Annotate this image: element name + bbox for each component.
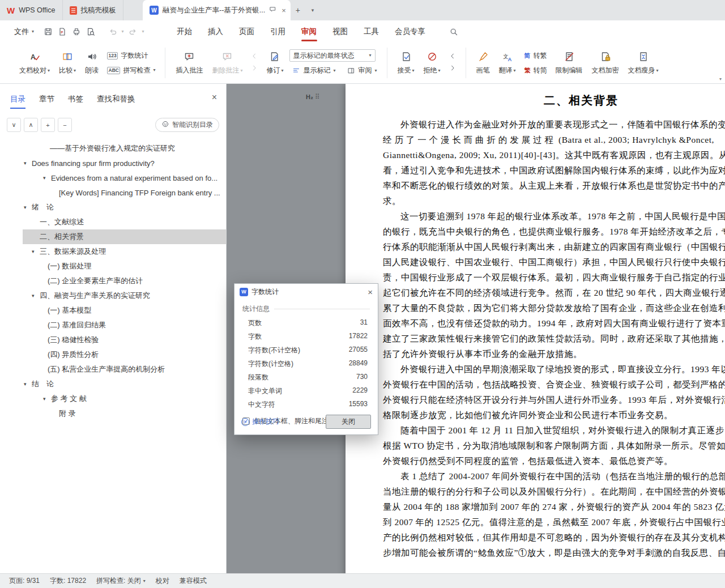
word-count-button[interactable]: 123 字数统计 bbox=[104, 50, 158, 62]
show-markup-button[interactable]: 显示标记 ▾ bbox=[289, 65, 339, 76]
tab-bookmarks[interactable]: 书签 bbox=[68, 94, 83, 104]
smart-toc-button[interactable]: 智能识别目录 bbox=[155, 118, 219, 132]
new-tab-button[interactable]: + bbox=[291, 0, 305, 20]
expand-arrow-icon[interactable]: ▾ bbox=[24, 204, 32, 210]
tab-template-doc[interactable]: 找稿壳模板 bbox=[63, 0, 124, 20]
toc-item[interactable]: (四) 异质性分析 bbox=[0, 347, 226, 362]
status-proofread[interactable]: 校对 bbox=[156, 576, 169, 586]
close-pane-icon[interactable]: × bbox=[212, 92, 217, 103]
status-page-indicator[interactable]: 页面: 9/31 bbox=[9, 576, 40, 586]
track-changes-button[interactable]: 修订▾ bbox=[262, 48, 288, 78]
toc-item[interactable]: (一) 基本模型 bbox=[0, 303, 226, 318]
toc-item[interactable]: ——基于外资银行准入规定的实证研究 bbox=[0, 141, 226, 156]
toc-item[interactable]: ▾参 考 文 献 bbox=[0, 391, 226, 406]
redo-dropdown-icon[interactable]: ▾ bbox=[140, 29, 146, 34]
ribbon-tab-页面[interactable]: 页面 bbox=[231, 20, 262, 42]
tab-wps-office[interactable]: W WPS Office bbox=[0, 0, 63, 20]
export-pdf-button[interactable]: P bbox=[55, 24, 69, 39]
review-pane-button[interactable]: 审阅 ▾ bbox=[344, 65, 380, 76]
toc-item[interactable]: (一) 数据处理 bbox=[0, 259, 226, 274]
expand-arrow-icon[interactable]: ▾ bbox=[32, 249, 40, 254]
next-comment-button[interactable] bbox=[248, 65, 261, 74]
print-preview-button[interactable] bbox=[83, 24, 97, 39]
print-button[interactable] bbox=[69, 24, 83, 39]
ribbon-tab-视图[interactable]: 视图 bbox=[325, 20, 356, 42]
file-menu-button[interactable]: 文件 ▾ bbox=[7, 24, 39, 39]
compare-button[interactable]: 比较▾ bbox=[54, 48, 80, 78]
proofread-button[interactable]: A 文档校对▾ bbox=[15, 48, 54, 78]
collapse-ribbon-button[interactable]: ▾ bbox=[719, 77, 722, 82]
encrypt-document-button[interactable]: 文档加密 bbox=[587, 48, 624, 78]
restrict-editing-icon bbox=[563, 50, 575, 63]
translate-button[interactable]: 文A 翻译▾ bbox=[494, 48, 521, 78]
zoom-in-button[interactable]: + bbox=[41, 118, 55, 132]
toc-item[interactable]: (五) 私营企业生产率提高的机制分析 bbox=[0, 362, 226, 377]
toc-item[interactable]: (三) 稳健性检验 bbox=[0, 333, 226, 347]
ribbon-tab-开始[interactable]: 开始 bbox=[169, 20, 200, 42]
tab-current-document[interactable]: W 融资与企业生产率--基于外资银... × bbox=[143, 0, 291, 20]
insert-comment-button[interactable]: 插入批注 bbox=[171, 48, 207, 78]
zoom-out-button[interactable]: − bbox=[58, 118, 72, 132]
ribbon-tab-引用[interactable]: 引用 bbox=[262, 20, 293, 42]
doc-slim-button[interactable]: 文档瘦身▾ bbox=[624, 48, 663, 78]
toc-item[interactable]: (二) 企业全要素生产率的估计 bbox=[0, 274, 226, 288]
expand-arrow-icon[interactable]: ▾ bbox=[24, 160, 32, 166]
toc-item[interactable]: 二、相关背景 bbox=[23, 229, 226, 244]
redo-button[interactable] bbox=[126, 24, 140, 39]
toc-item[interactable]: (二) 基准回归结果 bbox=[0, 318, 226, 333]
ribbon-tab-会员专享[interactable]: 会员专享 bbox=[387, 20, 433, 42]
tab-list-button[interactable]: ▾ bbox=[305, 0, 320, 20]
count-badge-icon: 123 bbox=[107, 52, 118, 59]
status-compat-mode[interactable]: 兼容模式 bbox=[180, 576, 207, 586]
accept-change-button[interactable]: 接受▾ bbox=[393, 48, 419, 78]
expand-arrow-icon[interactable]: ▾ bbox=[24, 381, 32, 387]
document-page[interactable]: 二、相关背景 外资银行进入作为金融业对外开放的重要表现形式之一，伴随着中国银行体… bbox=[346, 84, 725, 573]
document-text-line: 外资银行只能在经济特区开设分行并与外国人进行外币业务。1993 年后，对外资银行… bbox=[383, 392, 725, 407]
toc-item[interactable]: ▾三、数据来源及处理 bbox=[0, 244, 226, 259]
tab-find-replace[interactable]: 查找和替换 bbox=[97, 94, 135, 104]
search-button[interactable] bbox=[446, 24, 460, 39]
toc-item[interactable]: ▾Does financing spur firm productivity? bbox=[0, 156, 226, 171]
ink-brush-button[interactable]: 画笔 bbox=[472, 48, 494, 78]
close-button[interactable]: 关闭 bbox=[326, 415, 371, 429]
toc-item[interactable]: ▾Evidences from a natural experiment bas… bbox=[0, 171, 226, 185]
ribbon-tab-审阅[interactable]: 审阅 bbox=[293, 20, 325, 42]
toc-item[interactable]: ▾结 论 bbox=[0, 377, 226, 391]
read-aloud-button[interactable]: 朗读 bbox=[80, 48, 103, 78]
delete-comment-button[interactable]: 删除批注▾ bbox=[207, 48, 247, 78]
to-traditional-button[interactable]: 简 转繁 bbox=[522, 50, 550, 62]
save-button[interactable] bbox=[41, 24, 55, 39]
collapse-all-button[interactable]: ∧ bbox=[24, 118, 38, 132]
toc-item[interactable]: 一、文献综述 bbox=[0, 215, 226, 229]
close-dialog-icon[interactable]: × bbox=[368, 287, 373, 297]
close-tab-icon[interactable]: × bbox=[282, 6, 286, 15]
tab-toc[interactable]: 目录 bbox=[10, 94, 25, 104]
markup-state-select[interactable]: 显示标记的最终状态 ▾ bbox=[289, 49, 376, 62]
undo-button[interactable] bbox=[105, 24, 120, 39]
previous-change-button[interactable] bbox=[446, 53, 459, 62]
spell-check-button[interactable]: ABC 拼写检查 ▾ bbox=[104, 65, 158, 76]
tab-chapters[interactable]: 章节 bbox=[39, 94, 54, 104]
toc-item[interactable]: [Key Words] Financing TFP Foreign bank e… bbox=[0, 185, 226, 200]
tips-link[interactable]: ▷ 操作技巧 bbox=[241, 417, 279, 427]
restrict-editing-button[interactable]: 限制编辑 bbox=[551, 48, 587, 78]
dialog-titlebar[interactable]: W 字数统计 × bbox=[234, 284, 378, 300]
ribbon-tab-插入[interactable]: 插入 bbox=[200, 20, 231, 42]
to-simplified-button[interactable]: 繁 转简 bbox=[522, 65, 550, 76]
toc-item[interactable]: 附 录 bbox=[0, 406, 226, 421]
reject-change-button[interactable]: 拒绝▾ bbox=[419, 48, 445, 78]
status-spellcheck[interactable]: 拼写检查: 关闭▾ bbox=[96, 576, 146, 586]
expand-arrow-icon[interactable]: ▾ bbox=[43, 175, 51, 181]
previous-comment-button[interactable] bbox=[248, 53, 261, 62]
toc-item[interactable]: ▾绪 论 bbox=[0, 200, 226, 215]
stat-label: 非中文单词 bbox=[248, 386, 282, 396]
toc-item[interactable]: ▾四、融资与生产率关系的实证研究 bbox=[0, 288, 226, 303]
next-change-button[interactable] bbox=[446, 65, 459, 74]
undo-dropdown-icon[interactable]: ▾ bbox=[120, 29, 126, 34]
status-word-count[interactable]: 字数: 17822 bbox=[50, 576, 86, 586]
ribbon-tab-工具[interactable]: 工具 bbox=[356, 20, 387, 42]
expand-all-button[interactable]: ∨ bbox=[7, 118, 21, 132]
expand-arrow-icon[interactable]: ▾ bbox=[43, 396, 51, 402]
heading-drag-handle[interactable]: H₂ ⠿ bbox=[306, 93, 320, 101]
expand-arrow-icon[interactable]: ▾ bbox=[32, 293, 40, 299]
